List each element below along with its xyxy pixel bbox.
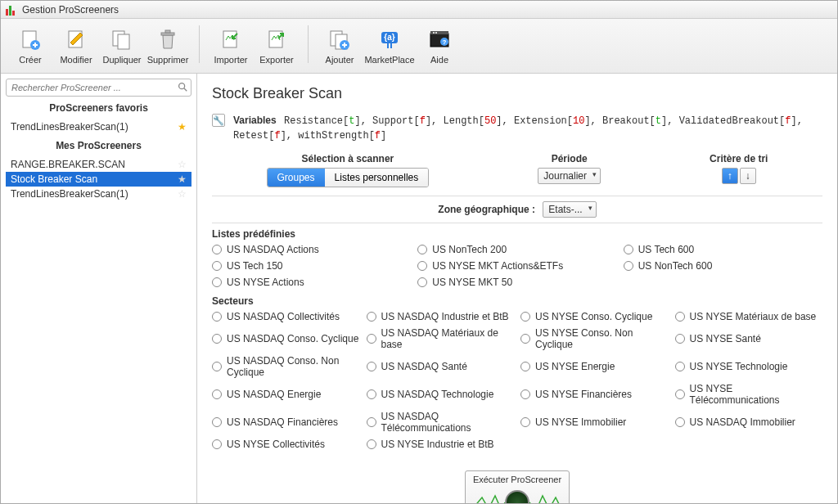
page-title: Stock Breaker Scan [212, 85, 822, 102]
radio-item[interactable]: US NASDAQ Matériaux de base [367, 326, 515, 351]
create-button[interactable]: Créer [9, 25, 52, 66]
star-icon[interactable]: ☆ [178, 188, 187, 200]
import-button[interactable]: Importer [210, 25, 252, 66]
radio-icon [675, 334, 685, 344]
radio-icon [520, 312, 530, 322]
star-icon[interactable]: ☆ [178, 159, 187, 170]
modify-icon [63, 27, 89, 53]
add-button[interactable]: Ajouter [318, 25, 361, 66]
modify-button[interactable]: Modifier [55, 25, 97, 66]
radio-icon [675, 312, 685, 322]
main-panel: Stock Breaker Scan 🔧 Variables Resistanc… [197, 74, 837, 503]
radio-item[interactable]: US NYSE Technologie [675, 354, 823, 379]
radio-icon [212, 439, 222, 449]
star-icon[interactable]: ★ [178, 121, 187, 133]
separator [199, 25, 200, 63]
sidebar-item[interactable]: TrendLinesBreakerScan(1)☆ [6, 187, 191, 201]
predefined-lists-title: Listes prédéfinies [212, 228, 822, 240]
svg-point-17 [435, 32, 437, 34]
help-icon: ? [426, 27, 453, 53]
variables-code: Resistance[t], Support[f], Length[50], E… [233, 115, 803, 142]
radio-icon [212, 312, 222, 322]
radio-item[interactable]: US Tech 600 [624, 243, 822, 256]
radio-item[interactable]: US NYSE Industrie et BtB [367, 438, 515, 451]
favorites-header: ProScreeners favoris [6, 100, 191, 116]
radio-item[interactable]: US NASDAQ Conso. Cyclique [212, 326, 360, 351]
execute-button[interactable]: Exécuter ProScreener [465, 470, 570, 503]
sort-desc-button[interactable]: ↓ [740, 168, 756, 184]
export-button[interactable]: Exporter [255, 25, 298, 66]
radio-item[interactable]: US NYSE Conso. Non Cyclique [520, 326, 669, 351]
radio-icon [520, 417, 530, 427]
radio-item[interactable]: US NASDAQ Actions [212, 243, 411, 256]
sort-asc-button[interactable]: ↑ [722, 168, 738, 184]
my-header: Mes ProScreeners [6, 137, 191, 154]
radio-item[interactable]: US NonTech 600 [624, 259, 822, 272]
radio-item[interactable]: US NASDAQ Industrie et BtB [367, 310, 515, 323]
sidebar-item[interactable]: TrendLinesBreakerScan(1)★ [6, 119, 191, 134]
radio-icon [675, 389, 685, 399]
help-button[interactable]: ? Aide [418, 25, 461, 66]
radio-item[interactable]: US Tech 150 [212, 259, 411, 272]
radio-item[interactable]: US NYSE Immobilier [520, 410, 669, 434]
add-icon [327, 27, 353, 53]
radio-item[interactable]: US NASDAQ Immobilier [675, 410, 823, 434]
radio-item[interactable]: US NYSE MKT Actions&ETFs [417, 259, 616, 272]
radio-item[interactable]: US NASDAQ Financières [212, 410, 360, 434]
predefined-grid: US NASDAQ ActionsUS NonTech 200US Tech 6… [212, 243, 822, 289]
wrench-icon[interactable]: 🔧 [212, 114, 225, 127]
svg-point-16 [433, 32, 435, 34]
radio-icon [417, 261, 427, 271]
radio-icon [367, 334, 376, 344]
radio-icon [212, 417, 222, 427]
radio-item[interactable]: US NYSE Actions [212, 276, 411, 289]
marketplace-button[interactable]: {a} MarketPlace [364, 25, 415, 66]
radio-icon [367, 389, 376, 399]
radio-item[interactable]: US NASDAQ Conso. Non Cyclique [212, 354, 360, 379]
radio-icon [212, 334, 222, 344]
sectors-grid: US NASDAQ CollectivitésUS NASDAQ Industr… [212, 310, 822, 451]
search-icon [177, 81, 188, 92]
radio-item[interactable]: US NYSE Collectivités [212, 438, 360, 451]
sidebar-item[interactable]: RANGE.BREAKER.SCAN☆ [6, 157, 191, 172]
radio-item[interactable]: US NASDAQ Télécommunications [367, 410, 515, 434]
star-icon[interactable]: ★ [178, 173, 187, 185]
radio-item[interactable]: US NYSE Conso. Cyclique [520, 310, 669, 323]
radio-icon [367, 439, 376, 449]
duplicate-button[interactable]: Dupliquer [101, 25, 143, 66]
scan-segmented: Groupes Listes personnelles [267, 168, 430, 187]
radio-item[interactable]: US NASDAQ Technologie [367, 382, 515, 407]
personal-lists-tab[interactable]: Listes personnelles [325, 169, 429, 187]
radio-icon [417, 245, 427, 254]
period-select[interactable]: Journalier [538, 168, 601, 184]
radio-item[interactable]: US NYSE Télécommunications [675, 382, 823, 407]
toolbar: Créer Modifier Dupliquer Supprimer Impor… [1, 19, 837, 74]
radio-item[interactable]: US NYSE Energie [520, 354, 669, 379]
radio-item[interactable]: US NYSE Financières [520, 382, 669, 407]
radio-item[interactable]: US NASDAQ Energie [212, 382, 360, 407]
period-label: Période [552, 153, 588, 164]
geo-select[interactable]: Etats-... [543, 201, 596, 218]
export-icon [264, 27, 290, 53]
import-icon [218, 27, 244, 53]
radio-item[interactable]: US NASDAQ Collectivités [212, 310, 360, 323]
delete-button[interactable]: Supprimer [146, 25, 189, 66]
svg-point-20 [179, 83, 185, 89]
groups-tab[interactable]: Groupes [268, 169, 325, 187]
trash-icon [155, 27, 181, 53]
radio-item[interactable]: US NASDAQ Santé [367, 354, 515, 379]
search-input[interactable] [6, 79, 191, 97]
variables-label: Variables [233, 115, 277, 126]
radio-item[interactable]: US NonTech 200 [417, 243, 616, 256]
radio-item[interactable]: US NYSE Matériaux de base [675, 310, 823, 323]
scan-selection-label: Sélection à scanner [302, 153, 394, 164]
radio-icon [675, 362, 685, 371]
sidebar-item[interactable]: Stock Breaker Scan★ [6, 172, 191, 187]
radio-item[interactable]: US NYSE Santé [675, 326, 823, 351]
sectors-title: Secteurs [212, 295, 822, 307]
radio-item[interactable]: US NYSE MKT 50 [417, 276, 616, 289]
geo-label: Zone géographique : [438, 204, 535, 215]
sort-label: Critère de tri [710, 153, 768, 164]
marketplace-icon: {a} [376, 27, 403, 53]
radio-icon [367, 362, 376, 371]
